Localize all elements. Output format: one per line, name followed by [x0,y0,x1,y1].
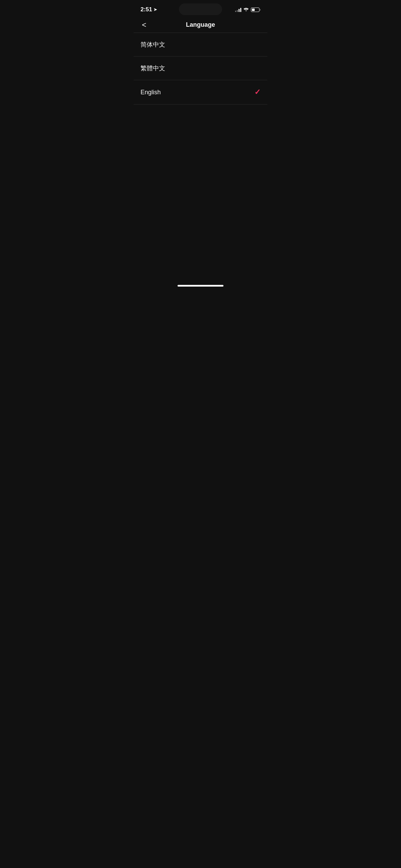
signal-bar-4 [240,8,241,12]
location-arrow-icon: ➤ [154,7,157,12]
battery-icon [251,8,260,12]
list-item[interactable]: 繁體中文 [134,57,267,80]
battery-fill [252,9,255,11]
signal-bar-3 [239,9,240,12]
dynamic-island [179,3,222,15]
language-list: 简体中文 繁體中文 English ✓ [134,33,267,105]
list-item[interactable]: English ✓ [134,80,267,105]
signal-bar-1 [235,11,236,12]
language-label-traditional-chinese: 繁體中文 [141,64,165,72]
nav-header: < Language [134,17,267,33]
back-icon: < [142,21,146,29]
signal-bars-icon [235,7,241,12]
status-icons [235,7,260,13]
selected-checkmark-icon: ✓ [254,88,260,97]
language-label-english: English [141,89,161,96]
language-label-simplified-chinese: 简体中文 [141,40,165,49]
home-indicator [178,285,223,287]
back-button[interactable]: < [141,19,148,31]
battery-body [251,8,259,12]
list-item[interactable]: 简体中文 [134,33,267,57]
page-title: Language [186,21,215,28]
battery-tip [260,9,260,11]
signal-bar-2 [237,10,238,12]
time-display: 2:51 [141,6,152,13]
status-time: 2:51 ➤ [141,6,157,13]
wifi-icon [243,7,249,13]
